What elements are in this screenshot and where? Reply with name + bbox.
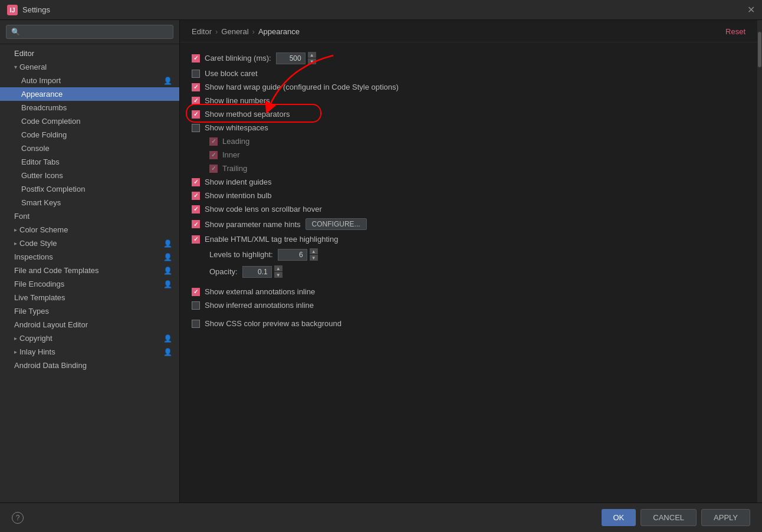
cancel-button[interactable]: CANCEL	[641, 509, 697, 526]
sidebar-item-label: Editor	[14, 49, 34, 58]
caret-blinking-checkbox[interactable]	[192, 54, 200, 63]
show-intention-bulb-checkbox[interactable]	[192, 192, 200, 200]
sidebar-item-label: Code Completion	[21, 117, 80, 126]
breadcrumb-general: General	[221, 27, 248, 36]
levels-up[interactable]: ▲	[310, 248, 318, 254]
opacity-up[interactable]: ▲	[274, 265, 283, 271]
opacity-down[interactable]: ▼	[274, 272, 283, 278]
sidebar-item-label: Android Data Binding	[14, 361, 87, 370]
user-icon: 👤	[163, 348, 172, 356]
levels-to-highlight-row: Levels to highlight: ▲ ▼	[192, 246, 745, 263]
close-button[interactable]: ✕	[747, 4, 755, 15]
show-css-color-checkbox[interactable]	[192, 320, 200, 328]
sidebar-item-appearance[interactable]: Appearance	[0, 87, 179, 101]
sidebar-item-auto-import[interactable]: Auto Import 👤	[0, 74, 179, 87]
expand-arrow: ▸	[14, 335, 17, 341]
opacity-spinner: ▲ ▼	[242, 265, 283, 278]
enable-html-xml-label: Enable HTML/XML tag tree highlighting	[205, 235, 338, 244]
sidebar-item-inspections[interactable]: Inspections 👤	[0, 250, 179, 264]
show-external-annotations-row: Show external annotations inline	[192, 285, 745, 298]
sidebar-item-breadcrumbs[interactable]: Breadcrumbs	[0, 101, 179, 114]
sidebar-item-file-encodings[interactable]: File Encodings 👤	[0, 277, 179, 291]
sidebar-item-code-folding[interactable]: Code Folding	[0, 128, 179, 142]
app-icon: IJ	[7, 5, 18, 15]
show-css-color-row: Show CSS color preview as background	[192, 317, 745, 330]
leading-label: Leading	[222, 137, 249, 146]
show-line-numbers-checkbox[interactable]	[192, 97, 200, 105]
sidebar-item-editor[interactable]: Editor	[0, 47, 179, 60]
help-button[interactable]: ?	[12, 512, 24, 524]
search-input[interactable]	[6, 25, 173, 39]
scrollbar[interactable]	[757, 20, 762, 503]
show-whitespaces-checkbox[interactable]	[192, 124, 200, 132]
apply-button[interactable]: APPLY	[701, 509, 750, 526]
trailing-checkbox[interactable]	[209, 165, 218, 173]
show-intention-bulb-row: Show intention bulb	[192, 189, 745, 202]
sidebar-item-smart-keys[interactable]: Smart Keys	[0, 196, 179, 209]
caret-blinking-down[interactable]: ▼	[308, 58, 316, 64]
show-parameter-hints-checkbox[interactable]	[192, 220, 200, 228]
sidebar-item-code-style[interactable]: ▸ Code Style 👤	[0, 237, 179, 250]
sidebar-item-android-data-binding[interactable]: Android Data Binding	[0, 359, 179, 372]
show-whitespaces-row: Show whitespaces	[192, 121, 745, 134]
sidebar: Editor ▾ General Auto Import 👤 Appearanc…	[0, 20, 180, 503]
sidebar-item-label: Inlay Hints	[19, 347, 55, 356]
sidebar-item-editor-tabs[interactable]: Editor Tabs	[0, 155, 179, 169]
use-block-caret-row: Use block caret	[192, 67, 745, 80]
leading-checkbox[interactable]	[209, 137, 218, 146]
sidebar-item-general[interactable]: ▾ General	[0, 60, 179, 74]
expand-arrow: ▾	[14, 64, 17, 70]
sidebar-item-android-layout-editor[interactable]: Android Layout Editor	[0, 318, 179, 331]
sidebar-item-label: Gutter Icons	[21, 171, 63, 180]
sidebar-item-console[interactable]: Console	[0, 142, 179, 155]
show-external-annotations-label: Show external annotations inline	[205, 287, 315, 296]
sidebar-item-label: Code Style	[19, 239, 57, 248]
show-external-annotations-checkbox[interactable]	[192, 288, 200, 296]
sidebar-item-label: File Encodings	[14, 280, 64, 288]
opacity-spinner-btns: ▲ ▼	[274, 265, 283, 278]
show-hard-wrap-row: Show hard wrap guide (configured in Code…	[192, 80, 745, 94]
caret-blinking-input[interactable]	[276, 52, 306, 64]
opacity-input[interactable]	[242, 266, 272, 278]
sidebar-item-postfix-completion[interactable]: Postfix Completion	[0, 182, 179, 196]
caret-blinking-up[interactable]: ▲	[308, 52, 316, 58]
sidebar-item-file-types[interactable]: File Types	[0, 304, 179, 318]
caret-blinking-row: Caret blinking (ms): ▲ ▼	[192, 50, 745, 67]
use-block-caret-checkbox[interactable]	[192, 70, 200, 78]
opacity-row: Opacity: ▲ ▼	[192, 263, 745, 280]
sidebar-item-color-scheme[interactable]: ▸ Color Scheme	[0, 223, 179, 237]
sidebar-item-inlay-hints[interactable]: ▸ Inlay Hints 👤	[0, 345, 179, 359]
sidebar-item-file-code-templates[interactable]: File and Code Templates 👤	[0, 264, 179, 277]
inner-checkbox[interactable]	[209, 151, 218, 159]
inner-label: Inner	[222, 150, 240, 159]
levels-spinner: ▲ ▼	[278, 248, 318, 261]
sidebar-item-code-completion[interactable]: Code Completion	[0, 114, 179, 128]
sidebar-item-label: Inspections	[14, 252, 53, 261]
show-hard-wrap-checkbox[interactable]	[192, 83, 200, 91]
user-icon: 👤	[163, 334, 172, 343]
caret-blinking-spinner: ▲ ▼	[276, 52, 316, 64]
levels-down[interactable]: ▼	[310, 255, 318, 261]
sidebar-item-label: Font	[14, 212, 29, 221]
reset-button[interactable]: Reset	[725, 27, 745, 36]
levels-input[interactable]	[278, 249, 307, 261]
breadcrumb-appearance: Appearance	[258, 27, 300, 36]
show-code-lens-row: Show code lens on scrollbar hover	[192, 202, 745, 216]
sidebar-item-font[interactable]: Font	[0, 209, 179, 223]
user-icon: 👤	[163, 253, 172, 261]
breadcrumb-sep1: ›	[215, 27, 218, 36]
ok-button[interactable]: OK	[602, 509, 636, 526]
sidebar-item-gutter-icons[interactable]: Gutter Icons	[0, 169, 179, 182]
window-title: Settings	[22, 5, 50, 14]
enable-html-xml-checkbox[interactable]	[192, 235, 200, 244]
sidebar-item-label: Appearance	[21, 90, 63, 98]
footer-right: OK CANCEL APPLY	[602, 509, 751, 526]
show-code-lens-checkbox[interactable]	[192, 205, 200, 214]
show-indent-guides-checkbox[interactable]	[192, 178, 200, 186]
show-inferred-annotations-checkbox[interactable]	[192, 301, 200, 310]
sidebar-item-label: Smart Keys	[21, 198, 61, 207]
show-method-separators-checkbox[interactable]	[192, 110, 200, 119]
sidebar-item-live-templates[interactable]: Live Templates	[0, 291, 179, 304]
configure-button[interactable]: CONFIGURE...	[306, 218, 367, 230]
sidebar-item-copyright[interactable]: ▸ Copyright 👤	[0, 331, 179, 345]
